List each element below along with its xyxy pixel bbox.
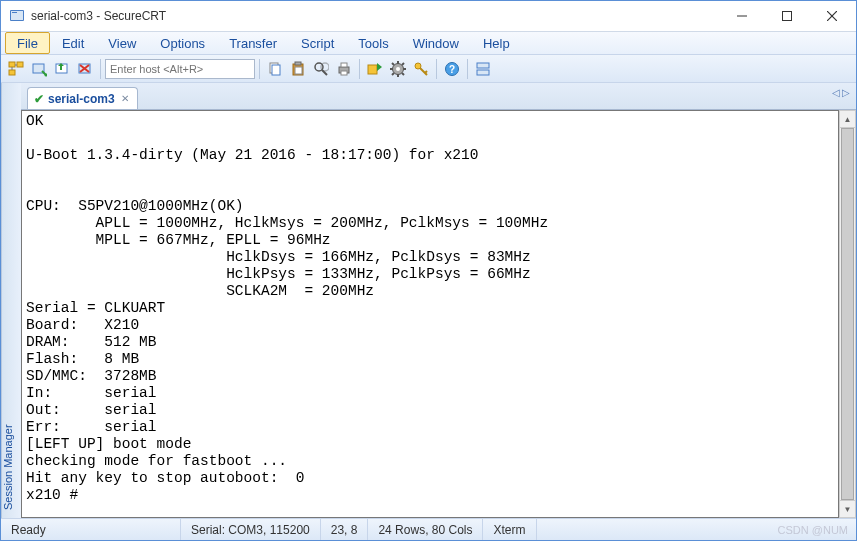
svg-rect-45 — [477, 63, 489, 68]
toolbar-separator — [436, 59, 437, 79]
maximize-button[interactable] — [764, 2, 809, 30]
status-ready: Ready — [1, 519, 181, 540]
status-dimensions: 24 Rows, 80 Cols — [368, 519, 483, 540]
copy-icon[interactable] — [264, 58, 286, 80]
disconnect-icon[interactable] — [74, 58, 96, 80]
svg-line-42 — [425, 71, 427, 73]
menu-bar: FileEditViewOptionsTransferScriptToolsWi… — [1, 31, 856, 55]
find-icon[interactable] — [310, 58, 332, 80]
svg-rect-27 — [341, 63, 347, 67]
connect-icon[interactable] — [28, 58, 50, 80]
watermark-text: CSDN @NUM — [778, 524, 856, 536]
work-area: Session Manager ✔ serial-com3 ✕ ◁ ▷ OK U… — [1, 83, 856, 518]
tab-nav-arrows: ◁ ▷ — [832, 87, 850, 98]
menu-item-window[interactable]: Window — [401, 32, 471, 54]
scrollbar-thumb[interactable] — [841, 128, 854, 500]
window-controls — [719, 2, 854, 30]
svg-point-25 — [321, 63, 329, 71]
svg-point-31 — [396, 67, 400, 71]
menu-item-transfer[interactable]: Transfer — [217, 32, 289, 54]
svg-text:?: ? — [449, 64, 455, 75]
sessions-tree-icon[interactable] — [5, 58, 27, 80]
svg-rect-8 — [17, 62, 23, 67]
svg-rect-2 — [12, 12, 17, 13]
status-cursor: 23, 8 — [321, 519, 369, 540]
svg-rect-9 — [9, 70, 15, 75]
title-bar: serial-com3 - SecureCRT — [1, 1, 856, 31]
svg-rect-7 — [9, 62, 15, 67]
svg-rect-4 — [782, 12, 791, 21]
tab-next-icon[interactable]: ▷ — [842, 87, 850, 98]
print-icon[interactable] — [333, 58, 355, 80]
toolbar: ? — [1, 55, 856, 83]
toolbar-separator — [259, 59, 260, 79]
toolbar-separator — [467, 59, 468, 79]
menu-item-view[interactable]: View — [96, 32, 148, 54]
scroll-up-icon[interactable]: ▲ — [840, 111, 855, 128]
svg-line-36 — [392, 63, 394, 65]
status-emulation: Xterm — [483, 519, 536, 540]
session-tab[interactable]: ✔ serial-com3 ✕ — [27, 87, 138, 109]
svg-line-38 — [392, 73, 394, 75]
svg-rect-29 — [368, 65, 377, 74]
menu-item-file[interactable]: File — [5, 32, 50, 54]
window-title: serial-com3 - SecureCRT — [31, 9, 719, 23]
main-column: ✔ serial-com3 ✕ ◁ ▷ OK U-Boot 1.3.4-dirt… — [21, 83, 856, 518]
tab-close-icon[interactable]: ✕ — [119, 93, 131, 104]
menu-item-edit[interactable]: Edit — [50, 32, 96, 54]
vertical-scrollbar[interactable]: ▲ ▼ — [839, 110, 856, 518]
session-options-icon[interactable] — [364, 58, 386, 80]
app-icon — [9, 8, 25, 24]
menu-item-tools[interactable]: Tools — [346, 32, 400, 54]
minimize-button[interactable] — [719, 2, 764, 30]
menu-item-script[interactable]: Script — [289, 32, 346, 54]
paste-icon[interactable] — [287, 58, 309, 80]
tab-label: serial-com3 — [48, 92, 115, 106]
svg-line-39 — [402, 63, 404, 65]
svg-rect-46 — [477, 70, 489, 75]
tile-icon[interactable] — [472, 58, 494, 80]
menu-item-help[interactable]: Help — [471, 32, 522, 54]
terminal-container: OK U-Boot 1.3.4-dirty (May 21 2016 - 18:… — [21, 109, 856, 518]
host-input[interactable] — [105, 59, 255, 79]
svg-line-37 — [402, 73, 404, 75]
status-serial: Serial: COM3, 115200 — [181, 519, 321, 540]
global-options-icon[interactable] — [387, 58, 409, 80]
session-manager-tab[interactable]: Session Manager — [1, 83, 21, 518]
svg-rect-19 — [272, 65, 280, 75]
key-icon[interactable] — [410, 58, 432, 80]
menu-item-options[interactable]: Options — [148, 32, 217, 54]
svg-rect-22 — [295, 67, 302, 74]
svg-rect-28 — [341, 71, 347, 75]
help-icon[interactable]: ? — [441, 58, 463, 80]
connected-check-icon: ✔ — [34, 92, 44, 106]
close-button[interactable] — [809, 2, 854, 30]
svg-rect-21 — [295, 62, 301, 65]
quick-connect-icon[interactable] — [51, 58, 73, 80]
tab-strip: ✔ serial-com3 ✕ ◁ ▷ — [21, 83, 856, 109]
tab-prev-icon[interactable]: ◁ — [832, 87, 840, 98]
scrollbar-track[interactable] — [840, 128, 855, 500]
toolbar-separator — [359, 59, 360, 79]
scroll-down-icon[interactable]: ▼ — [840, 500, 855, 517]
terminal-output[interactable]: OK U-Boot 1.3.4-dirty (May 21 2016 - 18:… — [21, 110, 839, 518]
toolbar-separator — [100, 59, 101, 79]
status-bar: Ready Serial: COM3, 115200 23, 8 24 Rows… — [1, 518, 856, 540]
